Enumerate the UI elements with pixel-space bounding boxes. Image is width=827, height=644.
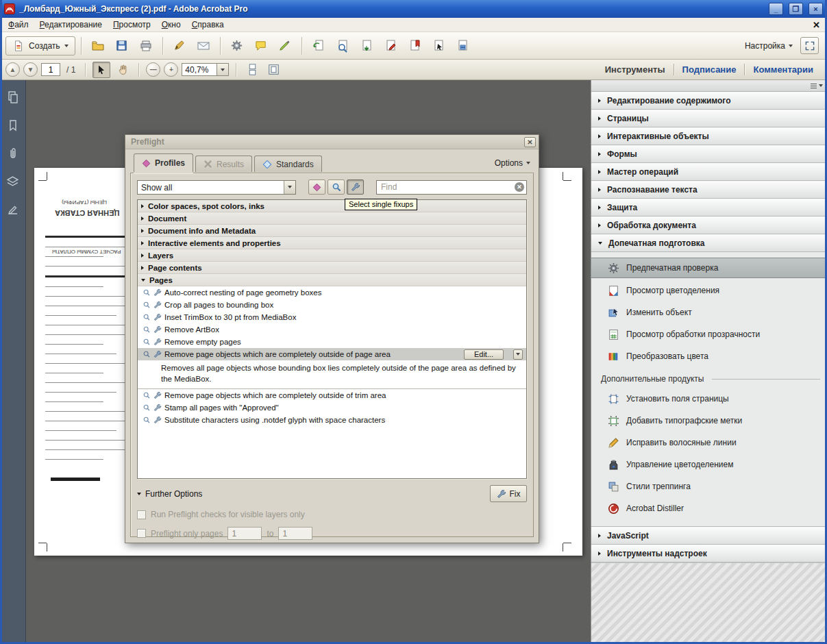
further-options-toggle[interactable]: Further Options (137, 489, 202, 499)
fullscreen-button[interactable] (800, 37, 819, 54)
create-button[interactable]: Создать (5, 36, 75, 55)
zoom-dropdown-button[interactable] (217, 63, 229, 76)
preferences-button[interactable] (226, 36, 248, 56)
section-pages[interactable]: Страницы (591, 110, 827, 127)
quick-tool-search-button[interactable] (332, 36, 354, 56)
open-button[interactable] (87, 36, 109, 56)
section-print-production[interactable]: Допечатная подготовка (591, 234, 827, 252)
quick-tool-rotate-button[interactable] (308, 36, 330, 56)
show-filter-select[interactable]: Show all (137, 180, 296, 195)
fixup-row[interactable]: Remove ArtBox (138, 323, 526, 336)
clear-search-icon[interactable]: ✕ (515, 182, 524, 192)
section-javascript[interactable]: JavaScript (591, 527, 827, 545)
fix-button[interactable]: Fix (490, 485, 527, 502)
document-close-icon[interactable]: ✕ (813, 20, 820, 30)
section-document-processing[interactable]: Обработка документа (591, 216, 827, 234)
category-row[interactable]: Color spaces, spot colors, inks (138, 200, 526, 212)
category-row-pages[interactable]: Pages (138, 274, 526, 286)
quick-tool-bookmark-button[interactable] (404, 36, 425, 56)
section-addon-tools[interactable]: Инструменты надстроек (591, 545, 827, 562)
fixup-row[interactable]: Stamp all pages with "Approved" (138, 401, 526, 414)
save-button[interactable] (111, 36, 133, 56)
tool-acrobat-distiller[interactable]: Acrobat Distiller (591, 497, 827, 519)
category-row[interactable]: Document (138, 212, 526, 225)
tool-output-preview[interactable]: Просмотр цветоделения (591, 280, 827, 301)
tab-profiles[interactable]: Profiles (134, 153, 193, 172)
tool-fix-hairlines[interactable]: Исправить волосяные линии (591, 432, 827, 454)
hand-tool-button[interactable] (114, 62, 132, 78)
tool-convert-colors[interactable]: Преобразовать цвета (591, 345, 827, 367)
bookmarks-button[interactable] (3, 115, 23, 136)
menu-help[interactable]: Справка (186, 18, 230, 31)
panel-menu-icon[interactable] (811, 84, 817, 88)
tool-set-page-boxes[interactable]: Установить поля страницы (591, 388, 827, 410)
fixup-row[interactable]: Auto-correct nesting of page geometry bo… (138, 286, 526, 299)
pages-from-input[interactable] (227, 527, 262, 540)
previous-page-button[interactable]: ▲ (5, 62, 20, 77)
minimize-button[interactable]: _ (769, 3, 783, 15)
run-visible-layers-checkbox[interactable] (137, 510, 146, 519)
page-thumbnails-button[interactable] (3, 87, 23, 108)
row-options-button[interactable] (513, 349, 523, 360)
tool-add-printer-marks[interactable]: Добавить типографские метки (591, 410, 827, 432)
section-action-wizard[interactable]: Мастер операций (591, 163, 827, 181)
fixup-row[interactable]: Substitute characters using .notdef glyp… (138, 414, 526, 426)
chevron-down-icon[interactable] (819, 84, 823, 87)
section-forms[interactable]: Формы (591, 145, 827, 163)
attachments-button[interactable] (3, 143, 23, 164)
zoom-out-button[interactable]: — (146, 62, 160, 77)
zoom-in-button[interactable]: + (164, 62, 178, 77)
layers-button[interactable] (3, 171, 23, 192)
fixup-row[interactable]: Remove empty pages (138, 336, 526, 348)
menu-file[interactable]: Файл (3, 18, 34, 31)
quick-tool-export-button[interactable] (356, 36, 378, 56)
highlight-button[interactable] (274, 36, 296, 56)
email-button[interactable] (193, 36, 214, 56)
options-button[interactable]: Options (495, 158, 530, 168)
next-page-button[interactable]: ▼ (23, 62, 38, 77)
tab-results[interactable]: Results (195, 156, 252, 172)
find-input[interactable] (376, 180, 527, 195)
fit-page-button[interactable] (264, 62, 282, 78)
tool-ink-manager[interactable]: Управление цветоделением (591, 454, 827, 475)
select-profiles-button[interactable] (308, 179, 325, 195)
quick-tool-select-button[interactable] (428, 36, 449, 56)
select-single-checks-button[interactable] (328, 179, 345, 195)
category-row[interactable]: Layers (138, 249, 526, 262)
tool-edit-object[interactable]: Изменить объект (591, 301, 827, 323)
print-button[interactable] (135, 36, 157, 56)
pages-to-input[interactable] (278, 527, 312, 540)
tool-preflight[interactable]: Предпечатная проверка (591, 258, 827, 278)
comment-button[interactable] (250, 36, 272, 56)
tools-panel-toggle[interactable]: Инструменты (605, 64, 665, 75)
section-content-editing[interactable]: Редактирование содержимого (591, 92, 827, 110)
settings-button[interactable]: Настройка (739, 38, 798, 53)
edit-fixup-button[interactable]: Edit... (464, 349, 504, 360)
fixup-row[interactable]: Crop all pages to bounding box (138, 299, 526, 311)
category-row[interactable]: Interactive elements and properties (138, 237, 526, 249)
fixup-row[interactable]: Inset TrimBox to 30 pt from MediaBox (138, 311, 526, 323)
tool-flattener-preview[interactable]: Просмотр обработки прозрачности (591, 323, 827, 345)
section-text-recognition[interactable]: Распознавание текста (591, 181, 827, 199)
restore-button[interactable]: ❐ (789, 3, 803, 15)
fixup-row-selected[interactable]: Remove page objects which are completely… (138, 348, 526, 360)
page-number-input[interactable] (41, 63, 60, 76)
comments-panel-toggle[interactable]: Комментарии (753, 64, 813, 75)
select-single-fixups-button[interactable] (347, 179, 364, 195)
fixup-row[interactable]: Remove page objects which are completely… (138, 389, 526, 401)
signing-panel-toggle[interactable]: Подписание (682, 64, 737, 75)
menu-view[interactable]: Просмотр (108, 18, 156, 31)
dialog-close-button[interactable]: ✕ (524, 137, 536, 147)
quick-tool-edit-button[interactable] (380, 36, 402, 56)
menu-edit[interactable]: Редактирование (34, 18, 108, 31)
quick-tool-fields-button[interactable] (452, 36, 473, 56)
tool-trap-presets[interactable]: Стили треппинга (591, 475, 827, 497)
combo-arrow-button[interactable] (284, 181, 295, 194)
category-row[interactable]: Page contents (138, 262, 526, 274)
section-interactive-objects[interactable]: Интерактивные объекты (591, 127, 827, 145)
signatures-button[interactable] (3, 199, 23, 220)
scrolling-mode-button[interactable] (243, 62, 261, 78)
zoom-select[interactable]: 40,7% (182, 63, 229, 76)
tab-standards[interactable]: Standards (254, 156, 322, 172)
fixups-list[interactable]: Color spaces, spot colors, inks Document… (137, 199, 527, 479)
